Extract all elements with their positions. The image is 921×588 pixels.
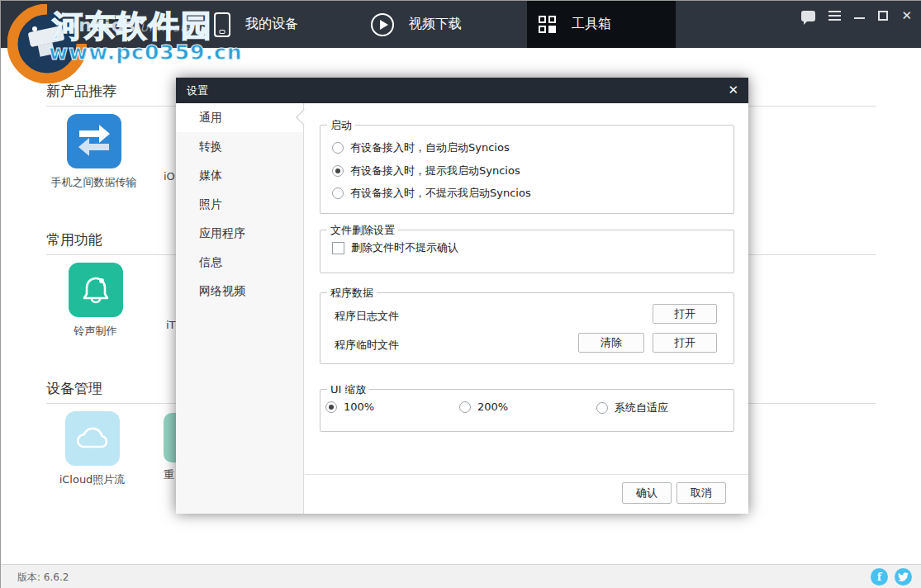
- app-logo: SynciosUltimate: [52, 15, 192, 36]
- radio-prompt-start[interactable]: 有设备接入时，提示我启动Syncios: [332, 164, 520, 178]
- radio-scale-200[interactable]: 200%: [459, 401, 508, 413]
- radio-label: 系统自适应: [615, 401, 668, 415]
- group-program-data-legend: 程序数据: [327, 286, 377, 301]
- phone-icon: [214, 12, 230, 37]
- feature-label: 手机之间数据传输: [38, 175, 150, 190]
- footer-divider: [305, 474, 748, 475]
- settings-tab-general[interactable]: 通用: [176, 103, 303, 132]
- app-edition: Ultimate: [140, 21, 193, 34]
- settings-tab-apps[interactable]: 应用程序: [176, 219, 303, 248]
- confirm-button[interactable]: 确认: [622, 482, 672, 504]
- clipped-feature-label: iT: [166, 319, 176, 331]
- tab-my-devices-label: 我的设备: [245, 16, 298, 33]
- tab-toolbox-active[interactable]: 工具箱: [527, 1, 676, 48]
- settings-tab-label: 应用程序: [199, 226, 245, 239]
- radio-scale-100[interactable]: 100%: [325, 401, 374, 413]
- radio-label: 有设备接入时，不提示我启动Syncios: [350, 186, 531, 201]
- settings-tab-label: 转换: [199, 140, 222, 153]
- tab-my-devices[interactable]: 我的设备: [214, 1, 298, 48]
- radio-autostart[interactable]: 有设备接入时，自动启动Syncios: [332, 140, 510, 155]
- radio-label: 有设备接入时，提示我启动Syncios: [350, 164, 520, 178]
- settings-tab-label: 媒体: [199, 168, 222, 182]
- grid-icon: [539, 16, 557, 34]
- clear-temp-button[interactable]: 清除: [578, 333, 644, 353]
- close-window-icon[interactable]: ✕: [901, 10, 912, 22]
- radio-icon[interactable]: [332, 187, 344, 199]
- settings-tab-convert[interactable]: 转换: [176, 132, 303, 161]
- feature-label: iCloud照片流: [36, 472, 148, 487]
- settings-tab-messages[interactable]: 信息: [176, 248, 303, 277]
- app-window: SynciosUltimate 我的设备 视频下载 工具箱 ✕: [0, 0, 921, 588]
- settings-dialog-titlebar: 设置 ✕: [176, 78, 748, 103]
- feedback-bubble-icon[interactable]: [801, 11, 815, 21]
- radio-icon[interactable]: [596, 402, 608, 414]
- titlebar: SynciosUltimate 我的设备 视频下载 工具箱 ✕: [1, 1, 921, 48]
- tab-video-download[interactable]: 视频下载: [371, 1, 462, 48]
- settings-tab-label: 信息: [199, 255, 222, 268]
- group-file-delete-legend: 文件删除设置: [327, 223, 398, 238]
- hamburger-menu-icon[interactable]: [828, 11, 841, 21]
- radio-icon[interactable]: [459, 401, 471, 413]
- selected-tab-notch: [296, 109, 312, 126]
- window-controls: ✕: [801, 7, 912, 24]
- group-startup: 启动 有设备接入时，自动启动Syncios 有设备接入时，提示我启动Syncio…: [320, 125, 734, 214]
- settings-dialog: 设置 ✕ 通用 转换 媒体 照片 应用程序 信息 网络视频 启动 有设备接入时，…: [176, 78, 748, 514]
- feature-icloud-photostream[interactable]: iCloud照片流: [36, 411, 148, 487]
- settings-sidebar: 通用 转换 媒体 照片 应用程序 信息 网络视频: [176, 103, 304, 514]
- tab-video-download-label: 视频下载: [409, 16, 462, 33]
- temp-files-label: 程序临时文件: [335, 338, 399, 353]
- settings-dialog-title: 设置: [187, 83, 208, 98]
- checkbox-no-confirm-delete[interactable]: 删除文件时不提示确认: [332, 240, 458, 255]
- settings-tab-photos[interactable]: 照片: [176, 190, 303, 219]
- feature-phone-transfer[interactable]: 手机之间数据传输: [38, 114, 150, 190]
- play-circle-icon: [371, 13, 394, 36]
- feature-ringtone-maker[interactable]: 铃声制作: [40, 263, 151, 339]
- transfer-arrows-icon: [67, 114, 121, 168]
- cancel-button[interactable]: 取消: [677, 482, 726, 504]
- checkbox-label: 删除文件时不提示确认: [351, 240, 458, 255]
- radio-icon-checked[interactable]: [332, 165, 344, 177]
- settings-tab-online-video[interactable]: 网络视频: [176, 277, 303, 306]
- settings-tab-label: 通用: [199, 111, 222, 124]
- checkbox-icon[interactable]: [332, 242, 344, 254]
- social-links: f: [871, 568, 912, 586]
- twitter-icon[interactable]: [895, 568, 912, 586]
- radio-icon-checked[interactable]: [325, 401, 337, 413]
- settings-close-icon[interactable]: ✕: [728, 83, 738, 97]
- cloud-icon: [65, 411, 120, 466]
- maximize-icon[interactable]: [878, 11, 888, 21]
- settings-tab-media[interactable]: 媒体: [176, 161, 303, 190]
- radio-icon[interactable]: [332, 142, 344, 154]
- clipped-feature-label: iO: [164, 170, 175, 183]
- facebook-icon[interactable]: f: [871, 568, 888, 586]
- section-title-device-management: 设备管理: [46, 379, 102, 398]
- settings-tab-label: 网络视频: [199, 284, 245, 297]
- radio-label: 200%: [477, 401, 508, 413]
- radio-label: 100%: [344, 401, 374, 413]
- minimize-icon[interactable]: [854, 17, 865, 19]
- version-label: 版本: 6.6.2: [17, 571, 69, 585]
- tab-toolbox-label: 工具箱: [572, 16, 611, 33]
- radio-scale-system[interactable]: 系统自适应: [596, 401, 668, 415]
- group-ui-scale: UI 缩放 100% 200% 系统自适应: [320, 389, 734, 432]
- group-program-data: 程序数据 程序日志文件 打开 程序临时文件 清除 打开: [320, 292, 734, 364]
- app-name: Syncios: [52, 15, 136, 36]
- clipped-feature-label: 重: [164, 467, 174, 482]
- statusbar: 版本: 6.6.2 f: [1, 564, 921, 588]
- section-title-common-functions: 常用功能: [46, 230, 102, 249]
- group-startup-legend: 启动: [327, 118, 355, 133]
- feature-label: 铃声制作: [40, 324, 151, 339]
- open-temp-button[interactable]: 打开: [653, 333, 717, 353]
- group-file-delete: 文件删除设置 删除文件时不提示确认: [320, 230, 734, 273]
- group-ui-scale-legend: UI 缩放: [327, 382, 369, 397]
- radio-label: 有设备接入时，自动启动Syncios: [350, 140, 510, 155]
- log-files-label: 程序日志文件: [335, 309, 399, 324]
- settings-tab-label: 照片: [199, 197, 222, 211]
- section-title-new-products: 新产品推荐: [46, 82, 116, 101]
- bell-icon: [69, 263, 123, 317]
- radio-no-prompt-start[interactable]: 有设备接入时，不提示我启动Syncios: [332, 186, 531, 201]
- open-log-button[interactable]: 打开: [653, 304, 717, 324]
